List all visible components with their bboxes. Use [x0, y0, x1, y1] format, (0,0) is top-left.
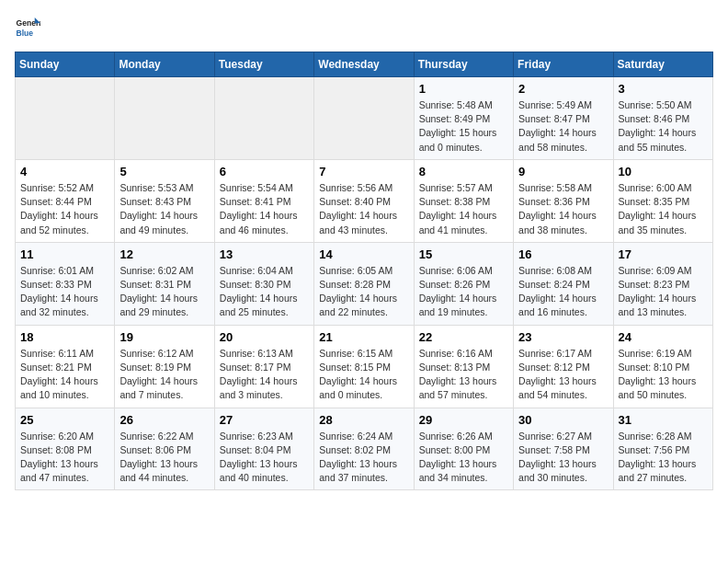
day-number: 1	[419, 82, 508, 96]
svg-text:Blue: Blue	[17, 29, 34, 38]
day-info: Sunrise: 6:28 AM Sunset: 7:56 PM Dayligh…	[619, 430, 708, 486]
day-cell: 18Sunrise: 6:11 AM Sunset: 8:21 PM Dayli…	[16, 325, 115, 408]
day-number: 9	[518, 165, 608, 178]
day-cell: 28Sunrise: 6:24 AM Sunset: 8:02 PM Dayli…	[314, 408, 414, 490]
day-number: 30	[518, 413, 608, 427]
day-cell	[214, 77, 313, 160]
calendar-table: SundayMondayTuesdayWednesdayThursdayFrid…	[15, 52, 713, 490]
week-row-5: 25Sunrise: 6:20 AM Sunset: 8:08 PM Dayli…	[16, 408, 713, 490]
day-number: 24	[619, 330, 708, 344]
day-cell: 19Sunrise: 6:12 AM Sunset: 8:19 PM Dayli…	[115, 325, 214, 408]
day-number: 31	[619, 413, 708, 427]
day-cell: 27Sunrise: 6:23 AM Sunset: 8:04 PM Dayli…	[214, 408, 313, 490]
week-row-2: 4Sunrise: 5:52 AM Sunset: 8:44 PM Daylig…	[16, 159, 713, 242]
day-number: 26	[119, 413, 209, 427]
week-row-4: 18Sunrise: 6:11 AM Sunset: 8:21 PM Dayli…	[16, 325, 713, 408]
header-cell-friday: Friday	[514, 52, 613, 77]
day-number: 19	[119, 330, 209, 344]
day-info: Sunrise: 6:23 AM Sunset: 8:04 PM Dayligh…	[220, 430, 309, 486]
header-cell-thursday: Thursday	[414, 52, 513, 77]
day-cell: 4Sunrise: 5:52 AM Sunset: 8:44 PM Daylig…	[16, 159, 115, 242]
header-row: SundayMondayTuesdayWednesdayThursdayFrid…	[16, 52, 713, 77]
day-cell: 15Sunrise: 6:06 AM Sunset: 8:26 PM Dayli…	[414, 242, 513, 325]
day-cell: 5Sunrise: 5:53 AM Sunset: 8:43 PM Daylig…	[115, 159, 214, 242]
day-info: Sunrise: 6:11 AM Sunset: 8:21 PM Dayligh…	[20, 347, 109, 403]
calendar-body: 1Sunrise: 5:48 AM Sunset: 8:49 PM Daylig…	[16, 77, 713, 490]
day-number: 28	[319, 413, 408, 427]
day-cell: 10Sunrise: 6:00 AM Sunset: 8:35 PM Dayli…	[613, 159, 712, 242]
header-cell-sunday: Sunday	[16, 52, 115, 77]
day-cell: 20Sunrise: 6:13 AM Sunset: 8:17 PM Dayli…	[214, 325, 313, 408]
day-cell: 11Sunrise: 6:01 AM Sunset: 8:33 PM Dayli…	[16, 242, 115, 325]
week-row-1: 1Sunrise: 5:48 AM Sunset: 8:49 PM Daylig…	[16, 77, 713, 160]
page-header: General Blue	[15, 15, 713, 40]
calendar-header: SundayMondayTuesdayWednesdayThursdayFrid…	[16, 52, 713, 77]
day-info: Sunrise: 6:09 AM Sunset: 8:23 PM Dayligh…	[619, 264, 708, 320]
day-number: 5	[119, 165, 209, 178]
day-info: Sunrise: 6:16 AM Sunset: 8:13 PM Dayligh…	[419, 347, 508, 403]
day-info: Sunrise: 6:27 AM Sunset: 7:58 PM Dayligh…	[518, 430, 608, 486]
week-row-3: 11Sunrise: 6:01 AM Sunset: 8:33 PM Dayli…	[16, 242, 713, 325]
day-cell: 6Sunrise: 5:54 AM Sunset: 8:41 PM Daylig…	[214, 159, 313, 242]
day-info: Sunrise: 5:53 AM Sunset: 8:43 PM Dayligh…	[119, 181, 209, 237]
day-info: Sunrise: 5:50 AM Sunset: 8:46 PM Dayligh…	[619, 98, 708, 155]
day-number: 7	[319, 165, 408, 178]
day-number: 22	[419, 330, 508, 344]
header-cell-wednesday: Wednesday	[314, 52, 414, 77]
day-number: 27	[220, 413, 309, 427]
day-info: Sunrise: 6:00 AM Sunset: 8:35 PM Dayligh…	[619, 181, 708, 237]
day-info: Sunrise: 6:13 AM Sunset: 8:17 PM Dayligh…	[220, 347, 309, 403]
day-cell: 26Sunrise: 6:22 AM Sunset: 8:06 PM Dayli…	[115, 408, 214, 490]
day-info: Sunrise: 5:56 AM Sunset: 8:40 PM Dayligh…	[319, 181, 408, 237]
day-info: Sunrise: 6:22 AM Sunset: 8:06 PM Dayligh…	[119, 430, 209, 486]
day-number: 10	[619, 165, 708, 178]
day-cell: 22Sunrise: 6:16 AM Sunset: 8:13 PM Dayli…	[414, 325, 513, 408]
day-info: Sunrise: 6:19 AM Sunset: 8:10 PM Dayligh…	[619, 347, 708, 403]
day-info: Sunrise: 5:57 AM Sunset: 8:38 PM Dayligh…	[419, 181, 508, 237]
day-number: 8	[419, 165, 508, 178]
day-cell: 13Sunrise: 6:04 AM Sunset: 8:30 PM Dayli…	[214, 242, 313, 325]
day-number: 16	[518, 247, 608, 261]
day-number: 2	[518, 82, 608, 96]
header-cell-tuesday: Tuesday	[214, 52, 313, 77]
logo-icon: General Blue	[15, 15, 40, 40]
day-info: Sunrise: 5:48 AM Sunset: 8:49 PM Dayligh…	[419, 98, 508, 155]
header-cell-monday: Monday	[115, 52, 214, 77]
day-cell: 8Sunrise: 5:57 AM Sunset: 8:38 PM Daylig…	[414, 159, 513, 242]
day-info: Sunrise: 5:54 AM Sunset: 8:41 PM Dayligh…	[220, 181, 309, 237]
day-cell: 16Sunrise: 6:08 AM Sunset: 8:24 PM Dayli…	[514, 242, 613, 325]
header-cell-saturday: Saturday	[613, 52, 712, 77]
day-cell: 29Sunrise: 6:26 AM Sunset: 8:00 PM Dayli…	[414, 408, 513, 490]
day-info: Sunrise: 6:17 AM Sunset: 8:12 PM Dayligh…	[518, 347, 608, 403]
day-cell: 31Sunrise: 6:28 AM Sunset: 7:56 PM Dayli…	[613, 408, 712, 490]
day-number: 18	[20, 330, 109, 344]
day-info: Sunrise: 6:02 AM Sunset: 8:31 PM Dayligh…	[119, 264, 209, 320]
day-number: 14	[319, 247, 408, 261]
day-cell: 30Sunrise: 6:27 AM Sunset: 7:58 PM Dayli…	[514, 408, 613, 490]
day-number: 20	[220, 330, 309, 344]
day-number: 17	[619, 247, 708, 261]
day-number: 6	[220, 165, 309, 178]
day-number: 4	[20, 165, 109, 178]
day-number: 13	[220, 247, 309, 261]
day-cell: 17Sunrise: 6:09 AM Sunset: 8:23 PM Dayli…	[613, 242, 712, 325]
day-cell: 14Sunrise: 6:05 AM Sunset: 8:28 PM Dayli…	[314, 242, 414, 325]
day-cell: 7Sunrise: 5:56 AM Sunset: 8:40 PM Daylig…	[314, 159, 414, 242]
day-info: Sunrise: 6:24 AM Sunset: 8:02 PM Dayligh…	[319, 430, 408, 486]
day-number: 11	[20, 247, 109, 261]
day-number: 3	[619, 82, 708, 96]
day-number: 21	[319, 330, 408, 344]
logo: General Blue	[15, 15, 44, 40]
day-info: Sunrise: 6:05 AM Sunset: 8:28 PM Dayligh…	[319, 264, 408, 320]
day-info: Sunrise: 6:12 AM Sunset: 8:19 PM Dayligh…	[119, 347, 209, 403]
day-cell	[16, 77, 115, 160]
day-info: Sunrise: 6:01 AM Sunset: 8:33 PM Dayligh…	[20, 264, 109, 320]
day-cell: 1Sunrise: 5:48 AM Sunset: 8:49 PM Daylig…	[414, 77, 513, 160]
day-info: Sunrise: 6:15 AM Sunset: 8:15 PM Dayligh…	[319, 347, 408, 403]
day-cell: 21Sunrise: 6:15 AM Sunset: 8:15 PM Dayli…	[314, 325, 414, 408]
day-number: 29	[419, 413, 508, 427]
day-number: 15	[419, 247, 508, 261]
day-number: 23	[518, 330, 608, 344]
day-cell: 24Sunrise: 6:19 AM Sunset: 8:10 PM Dayli…	[613, 325, 712, 408]
day-cell: 25Sunrise: 6:20 AM Sunset: 8:08 PM Dayli…	[16, 408, 115, 490]
